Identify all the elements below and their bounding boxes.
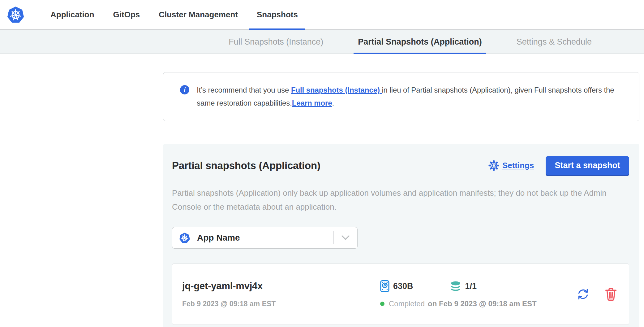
partial-snapshots-panel: Partial snapshots (Application) — [163, 144, 639, 327]
snapshot-info: jq-get-yaml-mvj4x Feb 9 2023 @ 09:18 am … — [182, 281, 380, 308]
snapshot-volumes-stat: 1/1 — [450, 281, 477, 292]
snapshot-stats: 630B 1/1 Completed — [380, 280, 537, 308]
chevron-down-icon — [341, 235, 350, 240]
nav-gitops[interactable]: GitOps — [106, 0, 148, 29]
panel-header: Partial snapshots (Application) — [172, 156, 629, 175]
banner-text-before: It’s recommend that you use — [197, 86, 291, 94]
delete-snapshot-button[interactable] — [605, 287, 617, 301]
snapshot-volumes: 1/1 — [465, 281, 477, 291]
nav-snapshots[interactable]: Snapshots — [249, 0, 305, 29]
kubernetes-logo-icon — [7, 6, 24, 24]
tab-partial-snapshots[interactable]: Partial Snapshots (Application) — [354, 30, 486, 54]
snapshot-status-line: Completed on Feb 9 2023 @ 09:18 am EST — [380, 299, 537, 308]
snapshot-stat-line: 630B 1/1 — [380, 280, 537, 292]
snapshot-status: Completed — [389, 299, 425, 308]
nav-cluster-management[interactable]: Cluster Management — [151, 0, 245, 29]
app-name-selector[interactable]: App Name — [172, 227, 358, 249]
snapshot-status-detail: on Feb 9 2023 @ 09:18 am EST — [428, 299, 537, 308]
selector-chevron[interactable] — [334, 235, 357, 240]
panel-description: Partial snapshots (Application) only bac… — [172, 186, 629, 214]
restore-icon — [576, 287, 590, 302]
full-snapshots-link[interactable]: Full snapshots (Instance) — [291, 86, 382, 94]
banner-text-after: . — [332, 99, 334, 107]
settings-label: Settings — [502, 161, 534, 170]
nav-application[interactable]: Application — [43, 0, 102, 29]
panel-title: Partial snapshots (Application) — [172, 160, 320, 172]
info-icon: i — [180, 85, 189, 94]
gear-icon — [488, 160, 499, 171]
top-header: Application GitOps Cluster Management Sn… — [0, 0, 644, 30]
learn-more-link[interactable]: Learn more — [292, 99, 332, 107]
tab-full-snapshots[interactable]: Full Snapshots (Instance) — [224, 30, 328, 54]
app-selector-value: App Name — [197, 233, 240, 243]
panel-header-actions: Settings Start a snapshot — [488, 156, 629, 175]
snapshot-name: jq-get-yaml-mvj4x — [182, 281, 380, 292]
snapshot-actions — [576, 287, 617, 302]
snapshot-settings-link[interactable]: Settings — [488, 160, 546, 171]
info-banner: i It’s recommend that you use Full snaps… — [163, 72, 639, 121]
volumes-database-icon — [450, 281, 462, 292]
trash-icon — [605, 287, 617, 301]
kubernetes-app-icon — [179, 232, 190, 243]
restore-snapshot-button[interactable] — [576, 287, 590, 302]
snapshots-subnav: Full Snapshots (Instance) Partial Snapsh… — [0, 30, 644, 54]
snapshot-created-date: Feb 9 2023 @ 09:18 am EST — [182, 300, 380, 308]
disk-size-icon — [380, 280, 389, 292]
snapshot-row: jq-get-yaml-mvj4x Feb 9 2023 @ 09:18 am … — [172, 264, 629, 325]
tab-settings-schedule[interactable]: Settings & Schedule — [512, 30, 596, 54]
app-logo — [7, 0, 24, 29]
main-content: i It’s recommend that you use Full snaps… — [163, 72, 639, 327]
start-snapshot-button[interactable]: Start a snapshot — [546, 156, 629, 175]
status-dot-icon — [380, 302, 384, 306]
primary-nav: Application GitOps Cluster Management Sn… — [43, 0, 305, 29]
snapshot-size: 630B — [393, 281, 413, 291]
info-banner-text: It’s recommend that you use Full snapsho… — [197, 84, 627, 110]
